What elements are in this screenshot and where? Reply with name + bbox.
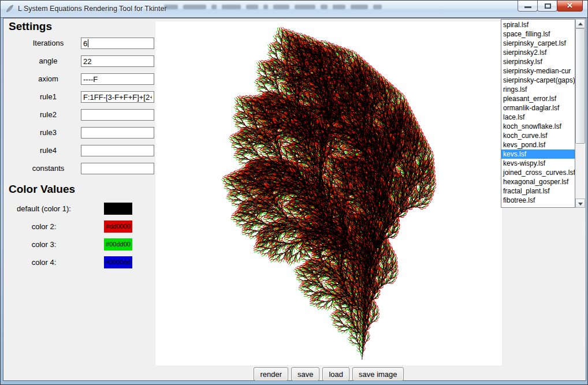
settings-heading: Settings: [9, 20, 52, 33]
titlebar[interactable]: L System Equations Rendering Tool for Tk…: [1, 1, 587, 18]
file-listbox[interactable]: spiral.lsfspace_filling.lsfsierpinsky_ca…: [501, 19, 575, 208]
close-icon: ✕: [557, 1, 582, 10]
color2-swatch[interactable]: #dd0000: [104, 220, 132, 233]
file-list-item[interactable]: kevs_pond.lsf: [501, 140, 575, 149]
window-title: L System Equations Rendering Tool for Tk…: [18, 5, 167, 13]
axiom-input[interactable]: [81, 73, 154, 85]
text-caret: [88, 39, 88, 47]
file-list-item[interactable]: rings.lsf: [501, 85, 575, 94]
file-list-item[interactable]: ormanlik-daglar.lsf: [501, 103, 575, 113]
field-row-angle: angle: [3, 55, 157, 67]
angle-input[interactable]: [81, 55, 154, 67]
scrollbar-thumb[interactable]: [575, 28, 585, 144]
scroll-up-icon: [578, 23, 583, 25]
render-button[interactable]: render: [254, 367, 288, 381]
file-list-item[interactable]: sierpinsky-carpet(gaps): [501, 76, 575, 85]
file-list-item[interactable]: fractal_plant.lsf: [501, 186, 575, 196]
field-row-axiom: axiom: [3, 73, 157, 85]
minimize-button[interactable]: [518, 1, 538, 12]
file-list-item[interactable]: kevs-wispy.lsf: [501, 159, 575, 168]
app-window: L System Equations Rendering Tool for Tk…: [0, 0, 588, 385]
file-list-scrollbar[interactable]: [575, 19, 585, 208]
rule1-label: rule1: [15, 91, 81, 103]
file-list-item[interactable]: koch_snowflake.lsf: [501, 122, 575, 131]
color4-label: color 4:: [3, 256, 84, 268]
minimize-icon: [524, 6, 531, 8]
maximize-button[interactable]: [537, 1, 557, 12]
rule2-label: rule2: [15, 109, 81, 121]
color2-label: color 2:: [3, 220, 84, 233]
action-bar: render save load save image: [155, 367, 502, 381]
file-list-item[interactable]: sierpinsky_carpet.lsf: [501, 39, 575, 48]
file-list-item[interactable]: sierpinsky2.lsf: [501, 48, 575, 57]
file-list-item[interactable]: kevs.lsf: [501, 149, 575, 159]
constants-label: constants: [15, 163, 81, 174]
file-list-item[interactable]: spiral.lsf: [501, 20, 575, 29]
constants-input[interactable]: [81, 163, 154, 174]
file-list-item[interactable]: hexagonal_gosper.lsf: [501, 177, 575, 186]
scroll-down-icon: [578, 203, 583, 205]
rule3-label: rule3: [15, 127, 81, 139]
field-row-rule3: rule3: [3, 127, 157, 139]
file-list-item[interactable]: lace.lsf: [501, 113, 575, 122]
color-values-heading: Color Values: [9, 183, 75, 196]
close-button[interactable]: ✕: [557, 1, 583, 12]
axiom-label: axiom: [15, 73, 81, 85]
maximize-icon: [545, 3, 551, 9]
file-list-item[interactable]: joined_cross_curves.lsf: [501, 168, 575, 177]
titlebar-glass-artifact: [164, 3, 382, 10]
load-button[interactable]: load: [322, 367, 349, 381]
file-list-item[interactable]: space_filling.lsf: [501, 29, 575, 39]
color-row-2: color 2: #dd0000: [3, 220, 157, 233]
field-row-rule1: rule1: [3, 91, 157, 103]
scroll-down-button[interactable]: [575, 199, 585, 208]
file-list-item[interactable]: koch_curve.lsf: [501, 131, 575, 140]
rule2-input[interactable]: [81, 109, 154, 121]
iterations-label: Iterations: [15, 38, 81, 49]
rule4-label: rule4: [15, 145, 81, 156]
field-row-rule4: rule4: [3, 145, 157, 156]
color3-label: color 3:: [3, 238, 84, 251]
save-button[interactable]: save: [291, 367, 319, 381]
color1-swatch[interactable]: [104, 203, 132, 215]
color-row-1: default (color 1):: [3, 203, 157, 215]
color1-label: default (color 1):: [3, 203, 84, 215]
field-row-iterations: Iterations: [3, 38, 157, 49]
rule3-input[interactable]: [81, 127, 154, 139]
color-row-4: color 4: #0000dd: [3, 256, 157, 268]
client-area: Settings Iterations angle axiom rule1 ru…: [3, 18, 586, 381]
lsystem-render-canvas: [155, 21, 502, 365]
file-list-item[interactable]: fibotree.lsf: [501, 196, 575, 205]
file-list-item[interactable]: sierpinsky.lsf: [501, 57, 575, 66]
angle-label: angle: [15, 55, 81, 67]
field-row-rule2: rule2: [3, 109, 157, 121]
color-row-3: color 3: #00dd00: [3, 238, 157, 251]
scroll-up-button[interactable]: [575, 19, 585, 28]
iterations-input[interactable]: [81, 38, 154, 49]
file-list-item[interactable]: pleasant_error.lsf: [501, 94, 575, 103]
app-icon: [5, 4, 14, 13]
color4-swatch[interactable]: #0000dd: [104, 256, 132, 268]
rule4-input[interactable]: [81, 145, 154, 156]
save-image-button[interactable]: save image: [352, 367, 403, 381]
field-row-constants: constants: [3, 163, 157, 174]
file-list-item[interactable]: sierpinsky-median-cur: [501, 66, 575, 76]
window-controls: ✕: [518, 1, 583, 12]
rule1-input[interactable]: [81, 91, 154, 103]
color3-swatch[interactable]: #00dd00: [104, 238, 132, 251]
